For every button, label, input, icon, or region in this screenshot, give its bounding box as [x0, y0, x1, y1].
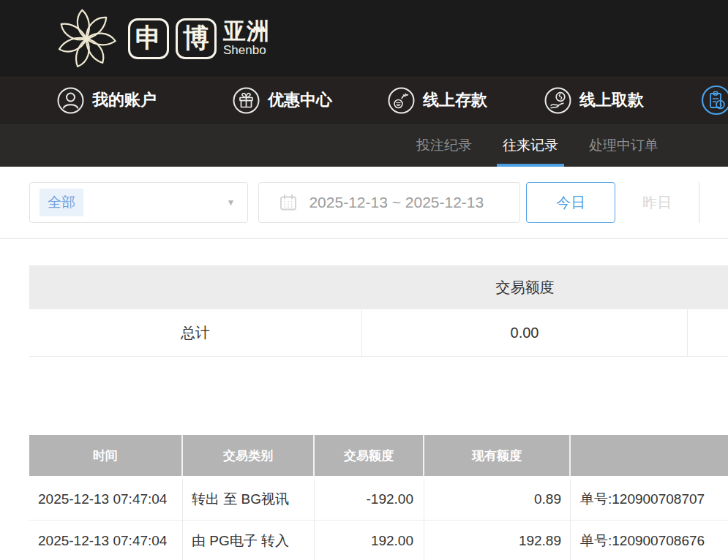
- brand-name-en: Shenbo: [223, 44, 270, 57]
- tab-label: 投注纪录: [416, 136, 472, 155]
- cell-remark: 单号:120900708707: [571, 479, 728, 520]
- withdraw-icon: [544, 87, 571, 114]
- tab-transaction-records[interactable]: 往来记录: [503, 124, 558, 167]
- col-header-time: 时间: [29, 435, 183, 476]
- tab-processing-orders[interactable]: 处理中订单: [589, 124, 658, 167]
- summary-total-row: 总计 0.00: [29, 309, 728, 357]
- yesterday-button[interactable]: 昨日: [615, 182, 699, 223]
- table-row: 2025-12-13 07:47:04 由 PG电子 转入 192.00 192…: [29, 521, 728, 560]
- nav-item-online-deposit[interactable]: 线上存款: [388, 87, 487, 114]
- flower-logo-icon: [51, 4, 121, 74]
- user-icon: [57, 87, 84, 114]
- cell-time: 2025-12-13 07:47:04: [29, 521, 183, 560]
- brand-region: 亚洲: [223, 20, 270, 44]
- records-table: 时间 交易类别 交易额度 现有额度 2025-12-13 07:47:04 转出…: [29, 435, 728, 560]
- cell-balance: 192.89: [424, 521, 571, 560]
- brand-wordmark: 亚洲 Shenbo: [223, 20, 270, 56]
- type-selected-chip[interactable]: 全部: [40, 189, 83, 216]
- page: 申 博 亚洲 Shenbo 我的账户: [0, 0, 728, 560]
- deposit-icon: [388, 87, 415, 114]
- date-range-picker[interactable]: 2025-12-13 ~ 2025-12-13: [258, 182, 520, 223]
- brand-char-shen: 申: [128, 18, 169, 59]
- nav-item-promotions[interactable]: 优惠中心: [233, 87, 332, 114]
- gift-icon: [233, 87, 260, 114]
- summary-table-header: 交易额度: [29, 265, 728, 309]
- cell-type: 转出 至 BG视讯: [183, 479, 315, 520]
- brand-char-bo: 博: [176, 18, 217, 59]
- date-range-value: 2025-12-13 ~ 2025-12-13: [309, 194, 484, 211]
- summary-header-amount: 交易额度: [362, 278, 688, 298]
- today-button-label: 今日: [556, 193, 585, 213]
- tab-betting-records[interactable]: 投注纪录: [416, 124, 472, 167]
- chevron-down-icon: ▼: [227, 197, 236, 208]
- nav-label: 线上取款: [579, 89, 644, 111]
- cell-time: 2025-12-13 07:47:04: [29, 479, 183, 520]
- cell-balance: 0.89: [424, 479, 571, 520]
- nav-label: 我的账户: [92, 89, 157, 111]
- type-select[interactable]: 全部 ▼: [29, 182, 248, 223]
- cell-amount: 192.00: [315, 521, 424, 560]
- cell-type: 由 PG电子 转入: [183, 521, 315, 560]
- col-header-amount: 交易额度: [315, 435, 424, 476]
- next-quick-filter-partial[interactable]: [699, 182, 728, 223]
- nav-label: 线上存款: [423, 89, 487, 111]
- col-header-balance: 现有额度: [424, 435, 571, 476]
- record-tabbar: 投注纪录 往来记录 处理中订单: [0, 123, 728, 167]
- filter-bar: 全部 ▼ 2025-12-13 ~ 2025-12-13 今日 昨日: [0, 167, 728, 239]
- records-table-header: 时间 交易类别 交易额度 现有额度: [29, 435, 728, 476]
- nav-label: 优惠中心: [268, 89, 332, 111]
- brand-logo[interactable]: 申 博 亚洲 Shenbo: [51, 4, 270, 74]
- tab-label: 往来记录: [503, 136, 558, 155]
- transaction-records-icon[interactable]: [700, 84, 728, 116]
- summary-cell-cut: [688, 309, 728, 356]
- active-tab-underline: [497, 164, 564, 167]
- calendar-icon: [279, 193, 298, 212]
- main-nav: 我的账户 优惠中心 线上存款: [0, 77, 728, 123]
- summary-total-value: 0.00: [362, 309, 688, 356]
- today-button[interactable]: 今日: [526, 182, 615, 223]
- col-header-type: 交易类别: [183, 435, 315, 476]
- cell-remark: 单号:120900708676: [571, 521, 728, 560]
- tab-label: 处理中订单: [589, 136, 658, 155]
- nav-item-my-account[interactable]: 我的账户: [57, 87, 157, 114]
- col-header-remark: [571, 435, 728, 476]
- cell-amount: -192.00: [315, 479, 424, 520]
- summary-table: 交易额度 总计 0.00: [29, 265, 728, 357]
- table-row: 2025-12-13 07:47:04 转出 至 BG视讯 -192.00 0.…: [29, 479, 728, 521]
- summary-total-label: 总计: [29, 309, 362, 356]
- yesterday-button-label: 昨日: [642, 193, 672, 213]
- nav-item-online-withdrawal[interactable]: 线上取款: [544, 87, 644, 114]
- top-header: 申 博 亚洲 Shenbo: [0, 0, 728, 77]
